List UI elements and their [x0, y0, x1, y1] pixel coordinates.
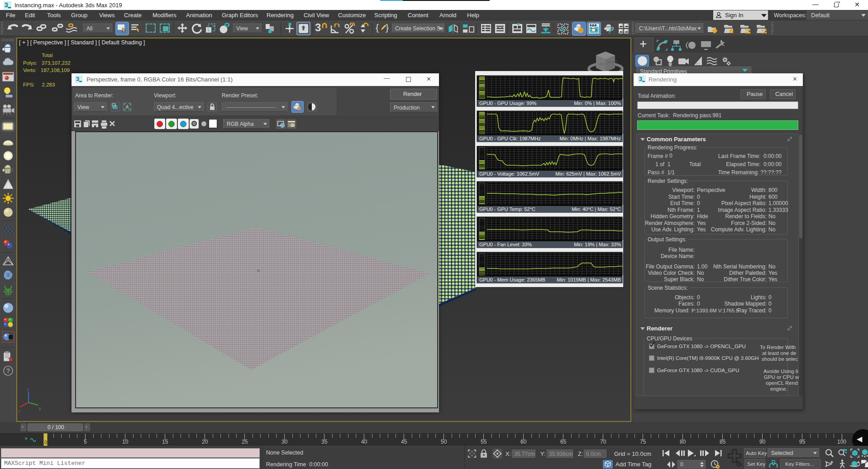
- svg-text:x: x: [18, 409, 20, 413]
- svg-text:y: y: [39, 406, 41, 411]
- svg-text:z: z: [27, 387, 29, 392]
- svg-text:?: ?: [6, 367, 10, 374]
- svg-text:A: A: [126, 105, 129, 110]
